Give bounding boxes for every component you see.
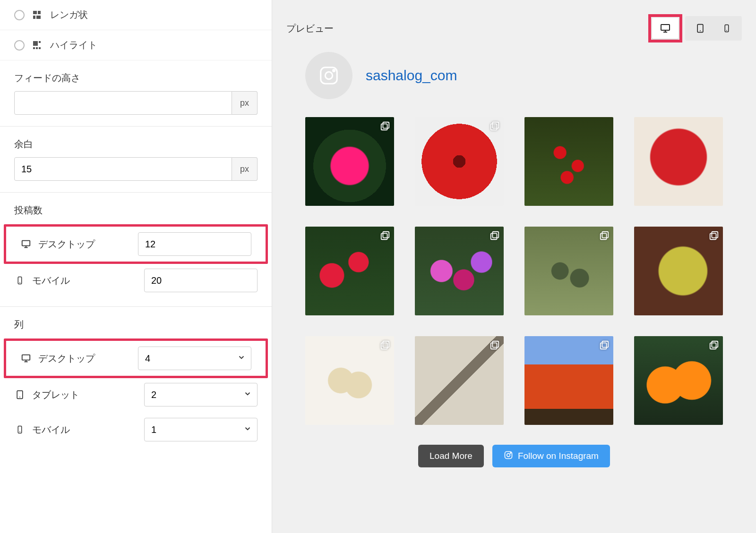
layout-option-label: レンガ状 [50, 8, 88, 21]
device-tab-mobile[interactable] [713, 18, 740, 39]
svg-rect-32 [712, 232, 718, 238]
section-feed-height: フィードの高さ px [0, 60, 272, 127]
svg-point-21 [333, 70, 335, 72]
carousel-icon [599, 230, 610, 243]
carousel-icon [709, 230, 719, 243]
svg-rect-25 [491, 124, 497, 130]
svg-rect-5 [22, 355, 30, 360]
svg-rect-37 [491, 343, 497, 349]
layout-option-brick[interactable]: レンガ状 [0, 0, 272, 30]
feed-grid [305, 117, 723, 425]
posts-desktop-input[interactable] [138, 232, 251, 256]
columns-tablet-select[interactable] [144, 383, 258, 406]
carousel-icon [490, 121, 500, 133]
highlight-columns-desktop: デスクトップ [4, 338, 268, 378]
device-tab-tablet[interactable] [687, 18, 713, 39]
highlight-layout-icon [33, 41, 42, 50]
svg-rect-31 [601, 233, 607, 239]
svg-rect-40 [712, 341, 718, 347]
preview-title: プレビュー [286, 22, 334, 35]
carousel-icon [380, 230, 390, 243]
feed-height-label: フィードの高さ [14, 72, 258, 85]
svg-rect-38 [602, 341, 608, 347]
tablet-icon [14, 389, 26, 400]
columns-tablet-row: タブレット [0, 377, 272, 412]
columns-desktop-label: デスクトップ [38, 352, 131, 365]
feed-height-input[interactable] [14, 91, 232, 115]
feed-tile[interactable] [305, 336, 394, 425]
device-tab-desktop[interactable] [652, 18, 679, 39]
svg-rect-33 [710, 233, 716, 239]
feed-tile[interactable] [305, 117, 394, 206]
posts-mobile-label: モバイル [32, 274, 137, 287]
layout-option-highlight[interactable]: ハイライト [0, 30, 272, 60]
svg-rect-15 [697, 25, 703, 33]
svg-rect-35 [381, 343, 387, 349]
feed-tile[interactable] [415, 117, 504, 206]
unit-label: px [232, 157, 258, 181]
svg-rect-22 [383, 122, 389, 128]
desktop-icon [20, 238, 32, 250]
svg-point-44 [510, 452, 511, 453]
columns-mobile-label: モバイル [32, 423, 137, 436]
section-padding: 余白 px [0, 127, 272, 193]
instagram-icon [504, 450, 513, 462]
section-posts: 投稿数 デスクトップ モバイル [0, 193, 272, 307]
columns-mobile-select[interactable] [144, 418, 258, 441]
carousel-icon [599, 340, 610, 352]
feed-tile[interactable] [634, 117, 723, 206]
svg-rect-29 [491, 233, 497, 239]
posts-mobile-input[interactable] [144, 269, 258, 292]
svg-rect-24 [492, 122, 498, 128]
padding-input[interactable] [14, 157, 232, 181]
feed-header: sashalog_com [305, 52, 723, 99]
svg-rect-39 [601, 343, 607, 349]
posts-desktop-row: デスクトップ [6, 227, 266, 262]
feed-tile[interactable] [524, 117, 613, 206]
feed-tile[interactable] [415, 227, 504, 315]
carousel-icon [380, 340, 390, 352]
feed-tile[interactable] [524, 227, 613, 315]
highlight-posts-desktop: デスクトップ [4, 224, 268, 264]
feed-tile[interactable] [305, 227, 394, 315]
svg-rect-27 [381, 233, 387, 239]
device-tabs [685, 16, 742, 41]
section-columns: 列 デスクトップ タブレット [0, 307, 272, 456]
columns-desktop-row: デスクトップ [6, 341, 266, 376]
radio-icon [14, 10, 25, 20]
avatar[interactable] [305, 52, 352, 99]
mobile-icon [14, 275, 26, 286]
columns-tablet-label: タブレット [32, 389, 137, 401]
svg-rect-41 [710, 343, 716, 349]
unit-label: px [232, 91, 258, 115]
feed-preview: sashalog_com Load More Follow on Instagr… [286, 52, 742, 467]
feed-tile[interactable] [634, 336, 723, 425]
carousel-icon [490, 340, 500, 352]
svg-rect-30 [602, 232, 608, 238]
follow-button[interactable]: Follow on Instagram [492, 445, 610, 467]
feed-tile[interactable] [524, 336, 613, 425]
highlight-device-desktop [648, 14, 682, 42]
desktop-icon [20, 353, 32, 364]
carousel-icon [709, 340, 719, 352]
svg-rect-12 [661, 25, 670, 30]
layout-option-label: ハイライト [50, 39, 97, 51]
columns-label: 列 [0, 312, 272, 333]
preview-panel: プレビュー sashalog_com [272, 0, 756, 533]
feed-actions: Load More Follow on Instagram [305, 445, 723, 467]
radio-icon [14, 40, 25, 51]
feed-tile[interactable] [634, 227, 723, 315]
load-more-button[interactable]: Load More [418, 445, 484, 467]
posts-mobile-row: モバイル [0, 263, 272, 298]
svg-rect-36 [492, 341, 498, 347]
posts-label: 投稿数 [0, 197, 272, 219]
carousel-icon [380, 121, 390, 133]
svg-point-43 [507, 453, 510, 457]
settings-sidebar: レンガ状 ハイライト フィードの高さ px 余白 px 投稿数 デスクトップ [0, 0, 272, 533]
svg-rect-28 [492, 232, 498, 238]
svg-point-20 [325, 72, 332, 79]
username-link[interactable]: sashalog_com [366, 68, 457, 84]
svg-rect-0 [22, 241, 30, 246]
columns-desktop-select[interactable] [138, 347, 251, 370]
feed-tile[interactable] [415, 336, 504, 425]
